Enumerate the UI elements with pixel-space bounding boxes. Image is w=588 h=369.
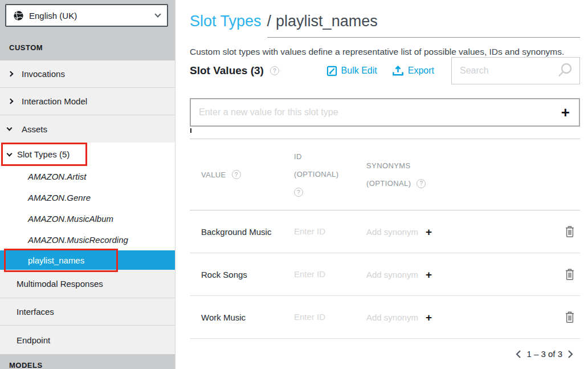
language-selector[interactable]: English (UK) [5, 4, 168, 27]
table-row: Rock Songs + [190, 253, 580, 296]
trash-icon [565, 269, 575, 281]
custom-section-header: CUSTOM [9, 43, 43, 52]
help-icon[interactable]: ? [270, 66, 279, 75]
chevron-right-icon [8, 71, 14, 77]
sidebar-item-amazon-genre[interactable]: AMAZON.Genre [0, 187, 175, 208]
delete-row-button[interactable] [548, 226, 580, 238]
slot-values-toolbar: Slot Values (3) ? Bulk Edit Export [190, 57, 580, 84]
sidebar-item-playlist-names[interactable]: playlist_names [0, 250, 175, 270]
page-title: playlist_names [276, 13, 378, 30]
search-box [451, 57, 580, 84]
sidebar-nav: Invocations Interaction Model Assets Slo… [0, 60, 175, 354]
add-synonym-button[interactable]: + [426, 312, 432, 323]
globe-icon [13, 10, 24, 21]
add-synonym-button[interactable]: + [426, 226, 432, 237]
pagination: 1 – 3 of 3 [516, 349, 573, 359]
help-icon[interactable]: ? [294, 188, 303, 197]
sidebar-item-endpoint[interactable]: Endpoint [0, 326, 175, 354]
chevron-down-icon [7, 125, 13, 131]
pagination-range-label: 1 – 3 of 3 [526, 349, 562, 359]
pagination-next-button[interactable] [567, 350, 573, 359]
slot-values-table: VALUE ? ID (OPTIONAL) ? SYNONYMS (OPTION… [190, 139, 580, 339]
search-input[interactable] [460, 66, 556, 76]
chevron-down-icon [154, 11, 161, 17]
slot-value-label: Rock Songs [190, 270, 283, 279]
help-icon[interactable]: ? [416, 179, 426, 188]
breadcrumb-separator: / [267, 13, 272, 30]
sidebar-item-invocations[interactable]: Invocations [0, 60, 175, 88]
column-header-synonyms: SYNONYMS (OPTIONAL) ? [355, 161, 548, 188]
sidebar-item-interfaces[interactable]: Interfaces [0, 298, 175, 326]
breadcrumb-current: /playlist_names [267, 13, 580, 38]
breadcrumb: Slot Types /playlist_names [190, 13, 580, 38]
bulk-edit-button[interactable]: Bulk Edit [326, 66, 377, 76]
chevron-right-icon [567, 350, 573, 359]
delete-row-button[interactable] [548, 269, 580, 281]
export-icon [392, 65, 404, 76]
slot-value-label: Work Music [190, 313, 283, 322]
trash-icon [565, 311, 575, 323]
table-header-row: VALUE ? ID (OPTIONAL) ? SYNONYMS (OPTION… [190, 139, 580, 210]
text-cursor-artifact [190, 128, 191, 133]
add-synonym-button[interactable]: + [426, 269, 432, 280]
id-input[interactable] [294, 226, 355, 236]
column-header-value: VALUE ? [190, 170, 283, 179]
chevron-left-icon [516, 350, 521, 359]
sidebar-item-slot-types[interactable]: Slot Types (5) [0, 143, 175, 166]
pagination-prev-button[interactable] [516, 350, 521, 359]
id-input[interactable] [294, 312, 355, 322]
synonym-input[interactable] [366, 313, 421, 322]
add-value-button[interactable]: + [561, 105, 570, 120]
main-content: Slot Types /playlist_names Custom slot t… [175, 0, 588, 369]
chevron-right-icon [8, 99, 14, 104]
delete-row-button[interactable] [548, 311, 580, 323]
sidebar-item-multimodal-responses[interactable]: Multimodal Responses [0, 270, 175, 298]
language-label: English (UK) [29, 11, 156, 21]
breadcrumb-slot-types-link[interactable]: Slot Types [190, 13, 262, 30]
bulk-edit-icon [326, 66, 337, 76]
export-button[interactable]: Export [392, 65, 434, 76]
sidebar-item-interaction-model[interactable]: Interaction Model [0, 88, 175, 115]
sidebar-item-amazon-musicalbum[interactable]: AMAZON.MusicAlbum [0, 208, 175, 229]
models-section-header: MODELS [9, 361, 43, 369]
sidebar-item-amazon-artist[interactable]: AMAZON.Artist [0, 166, 175, 187]
help-icon[interactable]: ? [232, 170, 241, 179]
slot-value-label: Background Music [190, 227, 283, 237]
table-row: Work Music + [190, 296, 580, 339]
new-slot-value-input[interactable] [191, 107, 561, 117]
search-icon[interactable] [556, 62, 574, 80]
synonym-input[interactable] [366, 227, 421, 237]
trash-icon [565, 226, 575, 238]
new-slot-value-row: + [190, 98, 580, 127]
sidebar: English (UK) CUSTOM Invocations Interact… [0, 0, 175, 369]
slot-values-heading: Slot Values (3) [190, 64, 264, 77]
table-row: Background Music + [190, 210, 580, 253]
sidebar-item-amazon-musicrecording[interactable]: AMAZON.MusicRecording [0, 229, 175, 250]
column-header-id: ID (OPTIONAL) ? [283, 152, 355, 197]
chevron-down-icon [7, 151, 13, 156]
id-input[interactable] [294, 269, 355, 279]
page-description: Custom slot types with values define a r… [190, 47, 564, 57]
sidebar-item-assets[interactable]: Assets [0, 115, 175, 143]
synonym-input[interactable] [366, 270, 421, 279]
